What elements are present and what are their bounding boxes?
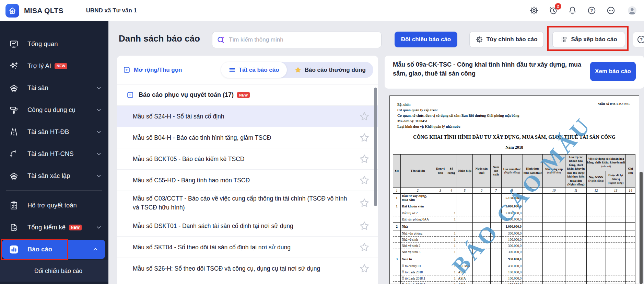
customize-report-button[interactable]: Tùy chỉnh báo cáo [469, 32, 544, 47]
report-list-item-3[interactable]: Mẫu số BCKT05 - Báo cáo kiểm kê TSCĐ [117, 148, 378, 170]
cell-country [473, 202, 491, 210]
cell-unit [435, 202, 446, 210]
expand-collapse-link[interactable]: Mở rộng/Thu gọn [123, 66, 182, 73]
cell-qty: 1 [446, 210, 457, 216]
cell-brand [457, 194, 473, 202]
cell-unit [435, 194, 446, 202]
sidebar-item-cong-cu-dung-cu[interactable]: Công cụ dụng cụ [0, 99, 108, 121]
cell-form [523, 202, 543, 210]
report-item-label: Mẫu số BCKT05 - Báo cáo kiểm kê TSCĐ [133, 155, 245, 163]
favorite-star-icon[interactable] [359, 263, 370, 274]
cell-brand [457, 230, 473, 237]
list-scrollbar[interactable] [374, 88, 377, 206]
report-list-item-7[interactable]: Mẫu số SKT04 - Sổ theo dõi tài sản cố đị… [117, 237, 378, 258]
cell-country [473, 230, 491, 237]
settings-gear-icon[interactable] [529, 5, 539, 16]
cell-name: Ô tô Lada 2018.1 [401, 282, 435, 284]
cell-name: Ô tô Lada 2018.1 [401, 275, 435, 282]
report-list-item-4[interactable]: Mẫu số C55-HD - Bảng tính hao mòn TSCĐ [117, 170, 378, 191]
cell-supplier [543, 202, 565, 210]
sidebar-item-tong-kiem-ke[interactable]: Tổng kiểm kê NEW [0, 216, 108, 238]
cell-form [523, 216, 543, 223]
report-table-row: 2Nhà1.000.000,0 [393, 223, 635, 230]
chevron-down-icon[interactable] [95, 106, 102, 113]
favorite-star-icon[interactable] [359, 111, 370, 122]
col-stt: Stt [393, 155, 401, 188]
chevron-up-icon[interactable] [92, 246, 99, 253]
search-input[interactable] [229, 36, 377, 43]
preview-scrollbar[interactable] [640, 172, 643, 284]
list-icon [229, 66, 236, 73]
cell-nsnn [587, 275, 606, 282]
sidebar-item-tro-ly-ai[interactable]: Trợ lý AI NEW [0, 55, 108, 77]
sidebar-item-tai-san-xac-lap[interactable]: Tài sản xác lập [0, 165, 108, 187]
report-list-item-2[interactable]: Mẫu số B04-H - Báo cáo tình hình tăng, g… [117, 127, 378, 148]
report-table-row: 1Đất khuôn viên3.000.000,0 [393, 202, 635, 210]
cell-retained [606, 255, 626, 263]
cell-price: 300.000,0 [502, 249, 523, 255]
column-number: 13 [606, 188, 626, 194]
new-badge: NEW [69, 225, 82, 230]
favorite-star-icon[interactable] [359, 242, 370, 253]
cell-brand [457, 249, 473, 255]
report-list-item-8[interactable]: Mẫu số S26-H: Sổ theo dõi TSCĐ và công c… [117, 258, 378, 279]
col-form: Hình thức mua sắm/thuê [523, 155, 543, 188]
report-table-row: Đất trụ sở 212.000.000,0 [393, 210, 635, 216]
asset-icon [9, 171, 19, 181]
history-clock-icon[interactable]: 2 [548, 5, 558, 16]
cell-note [626, 243, 635, 249]
report-list-item-6[interactable]: Mẫu số DSKT01 - Danh sách tài sản cố địn… [117, 215, 378, 237]
report-tabs: Tất cả báo cáo Báo cáo thường dùng [221, 62, 373, 78]
report-info-line: Bộ, tỉnh: [397, 102, 631, 107]
organization-name[interactable]: UBND xã Tư vấn 1 [86, 7, 137, 14]
sidebar-item-bao-cao[interactable]: Báo cáo [2, 240, 105, 259]
report-list-item-1[interactable]: Mẫu số S24-H - Sổ tài sản cố định [117, 106, 378, 127]
sidebar-item-tong-quan[interactable]: Tổng quan [0, 33, 108, 55]
sidebar-item-label: Tổng quan [27, 40, 58, 48]
chevron-down-icon[interactable] [95, 128, 102, 135]
sidebar-item-tai-san[interactable]: Tài sản [0, 77, 108, 99]
cell-year [491, 210, 502, 216]
cell-stt [393, 263, 401, 269]
tab-favorite-reports[interactable]: Báo cáo thường dùng [287, 62, 373, 78]
tab-all-reports[interactable]: Tất cả báo cáo [221, 62, 287, 78]
favorite-star-icon[interactable] [359, 220, 370, 231]
favorite-star-icon[interactable] [359, 132, 370, 143]
chevron-down-icon[interactable] [95, 172, 102, 179]
column-number: 7 [491, 188, 502, 194]
cell-unit [435, 216, 446, 223]
cell-commission [565, 275, 587, 282]
minus-box-icon[interactable] [127, 91, 134, 99]
favorite-star-icon[interactable] [359, 197, 370, 208]
cell-name: Nhà vệ sinh 3 [401, 249, 435, 255]
report-list: Mẫu số S24-H - Sổ tài sản cố định Mẫu số… [117, 106, 378, 279]
more-options-icon[interactable] [606, 5, 616, 16]
compare-reports-button[interactable]: Đối chiếu báo cáo [395, 32, 457, 47]
favorite-star-icon[interactable] [359, 175, 370, 186]
col-usage-group: Việc sử dụng các khoản hoa hồng, chiết k… [587, 155, 626, 171]
sidebar-subitem-doi-chieu-bao-cao[interactable]: Đối chiếu báo cáo [0, 260, 108, 282]
cell-price: 1.000.000,0 [502, 216, 523, 223]
cell-brand: ASIA [457, 282, 473, 284]
sidebar-item-tai-san-ht-db[interactable]: Tài sản HT-ĐB [0, 121, 108, 143]
cell-note [626, 194, 635, 202]
cell-country [473, 194, 491, 202]
user-avatar[interactable] [625, 3, 639, 18]
report-list-item-5[interactable]: Mẫu số C03/CCTT - Báo cáo về việc cung c… [117, 191, 378, 215]
cell-country [473, 249, 491, 255]
chevron-down-icon[interactable] [95, 84, 102, 91]
report-table-row: Nhà vệ sinh 21300.000,0 [393, 243, 635, 249]
cell-qty [446, 194, 457, 202]
sidebar-item-ho-tro-quyet-toan[interactable]: Hỗ trợ quyết toán [0, 194, 108, 216]
app-logo-icon[interactable] [5, 4, 19, 18]
report-group-header[interactable]: Báo cáo phục vụ quyết toán (17) NEW [117, 84, 378, 106]
chevron-down-icon[interactable] [95, 224, 102, 231]
help-button[interactable]: ? [633, 32, 644, 47]
sort-reports-button[interactable]: Sắp xếp báo cáo [552, 32, 625, 47]
sidebar-item-tai-san-ht-cns[interactable]: Tài sản HT-CNS [0, 143, 108, 165]
view-report-button[interactable]: Xem báo cáo [590, 62, 636, 81]
favorite-star-icon[interactable] [359, 154, 370, 164]
help-circle-icon[interactable]: ? [586, 5, 597, 16]
chevron-down-icon[interactable] [95, 150, 102, 157]
bell-icon[interactable] [567, 5, 577, 16]
